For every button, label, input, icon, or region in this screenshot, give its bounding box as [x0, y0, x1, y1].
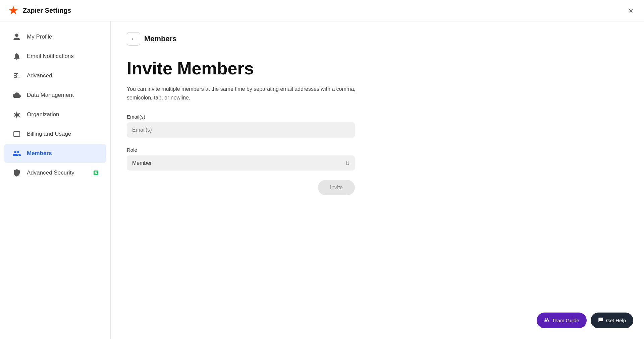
- role-form-group: Role Member Admin ⇅: [127, 147, 355, 171]
- sidebar-item-label-advanced-security: Advanced Security: [27, 170, 88, 176]
- card-icon: [12, 129, 21, 139]
- sidebar-item-label-billing-and-usage: Billing and Usage: [27, 131, 98, 137]
- sidebar-item-organization[interactable]: Organization: [4, 105, 106, 124]
- role-select[interactable]: Member Admin: [127, 155, 355, 171]
- get-help-label: Get Help: [606, 318, 626, 323]
- asterisk-icon: [12, 110, 21, 119]
- bell-icon: [12, 52, 21, 61]
- sidebar-item-label-members: Members: [27, 150, 98, 157]
- email-form-group: Email(s): [127, 114, 355, 138]
- email-label: Email(s): [127, 114, 355, 120]
- people-icon: [12, 149, 21, 158]
- sidebar-item-label-my-profile: My Profile: [27, 33, 98, 40]
- sidebar-item-label-data-management: Data Management: [27, 92, 98, 98]
- sidebar-item-advanced-security[interactable]: Advanced Security: [4, 163, 106, 182]
- page-header: ← Members: [127, 32, 628, 46]
- sidebar-item-advanced[interactable]: Advanced: [4, 66, 106, 85]
- sidebar-item-email-notifications[interactable]: Email Notifications: [4, 47, 106, 66]
- invite-description: You can invite multiple members at the s…: [127, 85, 362, 102]
- zapier-logo-icon: [8, 5, 19, 16]
- sidebar-item-my-profile[interactable]: My Profile: [4, 27, 106, 46]
- form-actions: Invite: [127, 180, 355, 195]
- cloud-icon: [12, 90, 21, 100]
- role-label: Role: [127, 147, 355, 153]
- invite-members-title: Invite Members: [127, 59, 628, 78]
- app-header: Zapier Settings ×: [0, 0, 644, 21]
- sidebar-item-label-advanced: Advanced: [27, 72, 98, 79]
- floating-buttons: Team Guide Get Help: [537, 313, 633, 328]
- team-guide-button[interactable]: Team Guide: [537, 313, 587, 328]
- back-arrow-icon: ←: [130, 36, 137, 43]
- section-title: Members: [144, 35, 177, 43]
- team-guide-icon: [544, 317, 549, 324]
- main-content: ← Members Invite Members You can invite …: [111, 21, 644, 339]
- sidebar-item-label-email-notifications: Email Notifications: [27, 53, 98, 60]
- main-layout: My Profile Email Notifications Advanced: [0, 21, 644, 339]
- chat-icon: [598, 317, 603, 324]
- sidebar-item-billing-and-usage[interactable]: Billing and Usage: [4, 125, 106, 143]
- invite-button[interactable]: Invite: [318, 180, 355, 195]
- sidebar-item-data-management[interactable]: Data Management: [4, 86, 106, 105]
- back-button[interactable]: ←: [127, 32, 140, 46]
- sidebar: My Profile Email Notifications Advanced: [0, 21, 111, 339]
- sidebar-item-members[interactable]: Members: [4, 144, 106, 163]
- role-select-wrapper: Member Admin ⇅: [127, 155, 355, 171]
- close-button[interactable]: ×: [626, 4, 636, 17]
- team-guide-label: Team Guide: [552, 318, 579, 323]
- get-help-button[interactable]: Get Help: [591, 313, 633, 328]
- sidebar-item-label-organization: Organization: [27, 111, 98, 118]
- header-left: Zapier Settings: [8, 5, 71, 16]
- shield-icon: [12, 168, 21, 178]
- security-badge: [94, 171, 98, 175]
- email-input[interactable]: [127, 122, 355, 138]
- person-icon: [12, 32, 21, 42]
- sliders-icon: [12, 71, 21, 80]
- app-title: Zapier Settings: [23, 7, 71, 14]
